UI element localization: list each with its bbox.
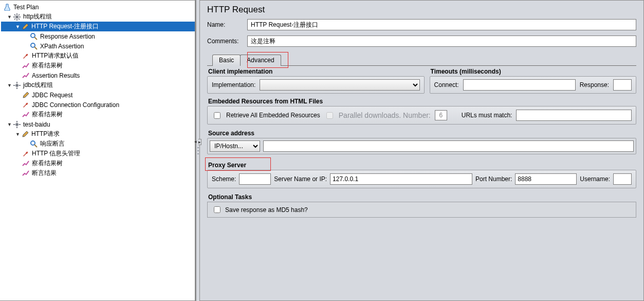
svg-line-12 xyxy=(34,47,37,49)
username-label: Username: xyxy=(580,175,610,183)
tree-item-view-results-tree[interactable]: 察看结果树 xyxy=(1,61,195,70)
tree-label: 察看结果树 xyxy=(32,61,63,70)
name-input[interactable] xyxy=(247,19,636,30)
tree-item-assertion-results[interactable]: Assertion Results xyxy=(1,70,195,80)
collapse-left-icon[interactable]: ◂ xyxy=(194,139,197,144)
comments-label: Comments: xyxy=(207,38,247,45)
server-input[interactable] xyxy=(330,173,472,185)
tree-item-http-threadgroup[interactable]: ▼ http线程组 xyxy=(1,12,195,22)
svg-line-5 xyxy=(14,14,15,15)
server-label: Server Name or IP: xyxy=(274,175,327,183)
trend-icon xyxy=(22,111,30,119)
svg-point-0 xyxy=(15,15,19,19)
source-type-select[interactable]: IP/Hostn... xyxy=(210,140,260,152)
gear-icon xyxy=(13,81,21,90)
tree-item-assertion-results-2[interactable]: 断言结果 xyxy=(1,168,195,178)
tree-item-jdbc-threadgroup[interactable]: ▼ jdbc线程组 xyxy=(1,80,195,90)
comments-input[interactable] xyxy=(247,36,636,47)
tree-label: HTTP 信息头管理 xyxy=(32,149,80,158)
tree-label: 察看结果树 xyxy=(32,159,63,168)
tab-basic[interactable]: Basic xyxy=(212,55,241,66)
tree-item-view-results-tree-2[interactable]: 察看结果树 xyxy=(1,110,195,119)
username-input[interactable] xyxy=(613,173,632,185)
port-label: Port Number: xyxy=(475,175,512,183)
tab-advanced[interactable]: Advanced xyxy=(240,55,281,66)
md5-checkbox[interactable] xyxy=(214,206,220,213)
tree-label: XPath Assertion xyxy=(40,43,84,50)
gear-icon xyxy=(13,13,21,21)
tree-label: Assertion Results xyxy=(32,72,80,79)
tree-label: 响应断言 xyxy=(40,139,65,148)
wrench-icon xyxy=(22,101,30,109)
name-label: Name: xyxy=(207,21,247,28)
tree-label: test-baidu xyxy=(23,121,50,128)
impl-select[interactable] xyxy=(260,79,419,91)
tree-label: HTTP请求默认值 xyxy=(32,51,79,60)
trend-icon xyxy=(22,160,30,168)
svg-line-7 xyxy=(19,14,20,15)
pencil-icon xyxy=(22,91,30,99)
svg-point-23 xyxy=(31,141,35,145)
collapse-right-icon[interactable]: ▸ xyxy=(198,139,201,145)
tree-label: http线程组 xyxy=(23,12,52,21)
response-label: Response: xyxy=(580,81,609,88)
trend-icon xyxy=(22,62,30,70)
tree-label: HTTP请求 xyxy=(31,130,60,138)
flask-icon xyxy=(3,3,11,11)
magnifier-icon xyxy=(30,32,38,41)
parallel-downloads-label: Parallel downloads. Number: xyxy=(339,111,431,119)
source-address-input[interactable] xyxy=(263,140,634,152)
connect-input[interactable] xyxy=(463,79,576,91)
tree-item-test-baidu[interactable]: ▼ test-baidu xyxy=(1,119,195,129)
magnifier-icon xyxy=(30,42,38,50)
svg-line-10 xyxy=(34,37,37,40)
tree-label: JDBC Connection Configuration xyxy=(32,101,119,109)
tree-item-http-request[interactable]: ▼ HTTP Request-注册接口 xyxy=(1,22,195,31)
svg-line-24 xyxy=(34,145,37,147)
gear-icon xyxy=(13,120,21,129)
tree-item-testplan[interactable]: Test Plan xyxy=(1,2,195,12)
tree-label: HTTP Request-注册接口 xyxy=(31,22,99,31)
tree-item-http-request-2[interactable]: ▼ HTTP请求 xyxy=(1,129,195,139)
port-input[interactable] xyxy=(515,173,577,185)
tree-item-header-manager[interactable]: HTTP 信息头管理 xyxy=(1,149,195,158)
scheme-input[interactable] xyxy=(239,173,271,185)
response-input[interactable] xyxy=(613,79,632,91)
splitter[interactable]: ◂ ▸ xyxy=(196,0,200,301)
tab-bar: Basic Advanced xyxy=(207,53,636,66)
trend-icon xyxy=(22,169,30,178)
retrieve-embedded-checkbox[interactable] xyxy=(214,112,220,119)
tree-item-xpath-assertion[interactable]: XPath Assertion xyxy=(1,41,195,51)
parallel-downloads-checkbox xyxy=(326,112,333,119)
tree-label: Response Assertion xyxy=(40,33,95,40)
connect-label: Connect: xyxy=(434,81,459,88)
tree-item-resp-assertion-2[interactable]: 响应断言 xyxy=(1,139,195,149)
caret-down-icon[interactable]: ▼ xyxy=(7,122,12,127)
tree-item-http-defaults[interactable]: HTTP请求默认值 xyxy=(1,51,195,61)
magnifier-icon xyxy=(30,140,38,148)
panel-title: HTTP Request xyxy=(207,5,636,15)
tree-item-jdbc-request[interactable]: JDBC Request xyxy=(1,90,195,100)
tree-label: Test Plan xyxy=(13,4,39,11)
caret-down-icon[interactable]: ▼ xyxy=(15,132,20,137)
tree-item-view-results-tree-3[interactable]: 察看结果树 xyxy=(1,158,195,168)
trend-icon xyxy=(22,72,30,80)
svg-line-6 xyxy=(19,19,20,20)
caret-down-icon[interactable]: ▼ xyxy=(15,24,20,29)
parallel-number: 6 xyxy=(435,110,447,120)
section-title-timeouts: Timeouts (milliseconds) xyxy=(430,66,636,76)
section-title-embedded: Embedded Resources from HTML Files xyxy=(207,96,636,106)
svg-point-9 xyxy=(31,33,35,38)
scheme-label: Scheme: xyxy=(212,175,236,183)
tree-item-jdbc-conn-config[interactable]: JDBC Connection Configuration xyxy=(1,100,195,110)
caret-down-icon[interactable]: ▼ xyxy=(7,83,12,88)
wrench-icon xyxy=(22,150,30,158)
tree-item-response-assertion[interactable]: Response Assertion xyxy=(1,31,195,41)
section-title-client-impl: Client implementation xyxy=(207,66,425,76)
pencil-icon xyxy=(21,23,29,31)
pencil-icon xyxy=(21,130,29,138)
urls-match-label: URLs must match: xyxy=(462,112,512,119)
caret-down-icon[interactable]: ▼ xyxy=(7,14,12,20)
tree-panel[interactable]: Test Plan ▼ http线程组 ▼ HTTP Request-注册接口 xyxy=(0,0,196,301)
urls-match-input[interactable] xyxy=(516,110,632,121)
